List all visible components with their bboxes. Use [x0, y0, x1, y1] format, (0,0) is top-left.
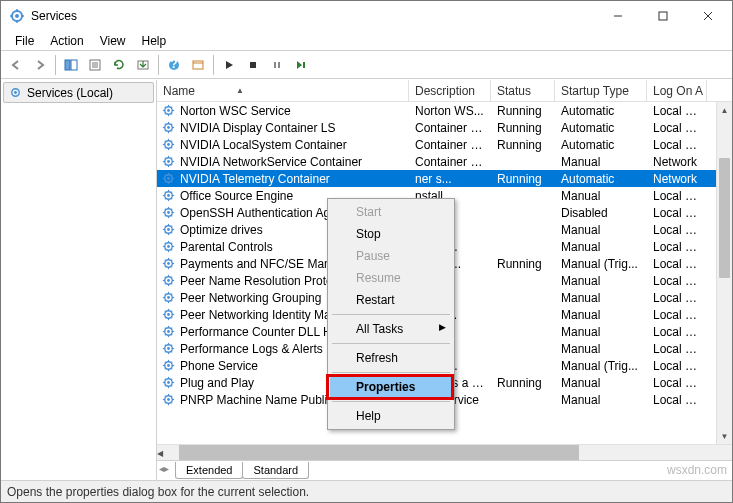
- scroll-track[interactable]: [717, 118, 732, 428]
- stop-service-button[interactable]: [242, 54, 264, 76]
- service-startup: Manual: [555, 393, 647, 407]
- pause-service-button[interactable]: [266, 54, 288, 76]
- cm-resume[interactable]: Resume: [330, 267, 452, 289]
- col-startup[interactable]: Startup Type: [555, 80, 647, 101]
- svg-line-126: [165, 266, 166, 267]
- cm-restart[interactable]: Restart: [330, 289, 452, 311]
- refresh-button[interactable]: [108, 54, 130, 76]
- svg-line-124: [171, 266, 172, 267]
- service-name: NVIDIA LocalSystem Container: [180, 138, 347, 152]
- col-name[interactable]: Name▲: [157, 80, 409, 101]
- services-icon: [9, 8, 25, 24]
- service-gear-icon: [161, 171, 176, 186]
- service-gear-icon: [161, 273, 176, 288]
- svg-line-165: [171, 328, 172, 329]
- service-row[interactable]: NVIDIA Display Container LSContainer s..…: [157, 119, 732, 136]
- service-row[interactable]: NVIDIA NetworkService ContainerContainer…: [157, 153, 732, 170]
- service-row[interactable]: NVIDIA Telemetry Containerner s...Runnin…: [157, 170, 732, 187]
- minimize-button[interactable]: [595, 2, 640, 30]
- cm-pause[interactable]: Pause: [330, 245, 452, 267]
- service-status: Running: [491, 138, 555, 152]
- menu-action[interactable]: Action: [42, 32, 91, 50]
- scroll-left-button[interactable]: ◀: [157, 445, 163, 461]
- tree-root-services-local[interactable]: Services (Local): [3, 82, 154, 103]
- svg-line-106: [165, 232, 166, 233]
- service-name: OpenSSH Authentication Agen: [180, 206, 343, 220]
- svg-line-134: [171, 283, 172, 284]
- service-description: Container s...: [409, 121, 491, 135]
- svg-line-156: [165, 317, 166, 318]
- menu-view[interactable]: View: [92, 32, 134, 50]
- service-name: Peer Networking Identity Man: [180, 308, 337, 322]
- svg-point-128: [167, 279, 170, 282]
- tab-extended[interactable]: Extended: [175, 462, 243, 479]
- svg-line-66: [165, 164, 166, 165]
- submenu-arrow-icon: ▶: [439, 322, 446, 332]
- cm-help[interactable]: Help: [330, 405, 452, 427]
- col-status[interactable]: Status: [491, 80, 555, 101]
- service-startup: Manual: [555, 376, 647, 390]
- service-startup: Manual: [555, 325, 647, 339]
- cm-refresh[interactable]: Refresh: [330, 347, 452, 369]
- vertical-scrollbar[interactable]: ▲ ▼: [716, 102, 732, 444]
- menu-file[interactable]: File: [7, 32, 42, 50]
- forward-button[interactable]: [29, 54, 51, 76]
- service-name: Parental Controls: [180, 240, 273, 254]
- service-startup: Manual: [555, 155, 647, 169]
- service-name: Plug and Play: [180, 376, 254, 390]
- svg-line-55: [171, 141, 172, 142]
- svg-point-58: [167, 160, 170, 163]
- svg-point-78: [167, 194, 170, 197]
- scroll-down-button[interactable]: ▼: [717, 428, 732, 444]
- status-bar: Opens the properties dialog box for the …: [1, 480, 732, 502]
- service-name: NVIDIA Telemetry Container: [180, 172, 330, 186]
- service-logon: Local Sys: [647, 376, 707, 390]
- scroll-thumb[interactable]: [719, 158, 730, 278]
- svg-rect-24: [303, 62, 305, 68]
- svg-point-198: [167, 398, 170, 401]
- service-startup: Manual: [555, 189, 647, 203]
- help-button[interactable]: ?: [163, 54, 185, 76]
- show-hide-tree-button[interactable]: [60, 54, 82, 76]
- service-logon: Local Ser: [647, 291, 707, 305]
- cm-all-tasks[interactable]: All Tasks▶: [330, 318, 452, 340]
- cm-stop[interactable]: Stop: [330, 223, 452, 245]
- show-hide-action-button[interactable]: [187, 54, 209, 76]
- cm-properties[interactable]: Properties: [330, 376, 452, 398]
- start-service-button[interactable]: [218, 54, 240, 76]
- svg-line-103: [165, 226, 166, 227]
- svg-rect-19: [193, 61, 203, 69]
- title-bar: Services: [1, 1, 732, 31]
- back-button[interactable]: [5, 54, 27, 76]
- service-row[interactable]: Norton WSC ServiceNorton WS...RunningAut…: [157, 102, 732, 119]
- svg-line-115: [171, 243, 172, 244]
- close-button[interactable]: [685, 2, 730, 30]
- scroll-up-button[interactable]: ▲: [717, 102, 732, 118]
- service-row[interactable]: NVIDIA LocalSystem ContainerContainer s.…: [157, 136, 732, 153]
- restart-service-button[interactable]: [290, 54, 312, 76]
- svg-line-116: [165, 249, 166, 250]
- svg-line-95: [171, 209, 172, 210]
- service-startup: Manual: [555, 223, 647, 237]
- export-button[interactable]: [132, 54, 154, 76]
- properties-button[interactable]: [84, 54, 106, 76]
- menu-help[interactable]: Help: [134, 32, 175, 50]
- svg-point-148: [167, 313, 170, 316]
- svg-line-114: [171, 249, 172, 250]
- maximize-button[interactable]: [640, 2, 685, 30]
- svg-line-96: [165, 215, 166, 216]
- horizontal-scrollbar[interactable]: ◀: [157, 444, 732, 460]
- scroll-hthumb[interactable]: [179, 445, 579, 460]
- service-gear-icon: [161, 290, 176, 305]
- service-status: Running: [491, 121, 555, 135]
- svg-line-46: [165, 130, 166, 131]
- service-logon: Local Sys: [647, 189, 707, 203]
- col-description[interactable]: Description: [409, 80, 491, 101]
- tree-root-label: Services (Local): [27, 86, 113, 100]
- toolbar: ?: [1, 51, 732, 79]
- svg-rect-22: [274, 62, 276, 68]
- svg-line-36: [165, 113, 166, 114]
- tab-standard[interactable]: Standard: [242, 462, 309, 479]
- col-logon[interactable]: Log On A: [647, 80, 707, 101]
- cm-start[interactable]: Start: [330, 201, 452, 223]
